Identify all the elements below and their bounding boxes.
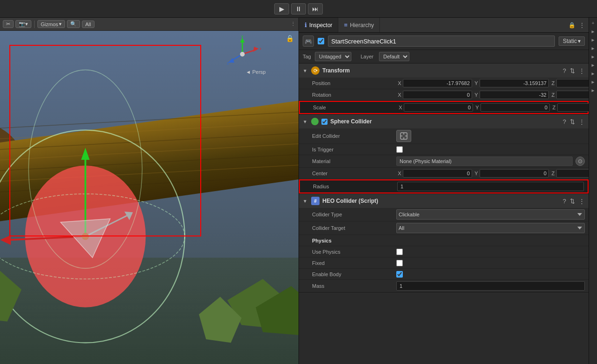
search-icon[interactable]: 🔍 bbox=[67, 20, 80, 28]
tools-button[interactable]: ✂ bbox=[3, 20, 14, 28]
hierarchy-tab-label: Hierarchy bbox=[350, 22, 374, 29]
collider-type-value: Clickable Grabbable Physics bbox=[396, 209, 585, 220]
lock-tab-icon[interactable]: 🔒 bbox=[568, 22, 575, 29]
sidebar-chevron-right-5[interactable]: ► bbox=[590, 62, 597, 68]
mass-input[interactable] bbox=[396, 281, 585, 291]
sidebar-chevron-right-1[interactable]: ► bbox=[590, 28, 597, 35]
sidebar-chevron-right-2[interactable]: ► bbox=[590, 36, 597, 43]
svg-marker-30 bbox=[240, 38, 245, 43]
scale-z-label: Z bbox=[551, 105, 557, 110]
enable-body-checkbox[interactable] bbox=[396, 271, 403, 278]
gizmos-button[interactable]: Gizmos ▾ bbox=[37, 20, 65, 28]
sidebar-chevron-right-6[interactable]: ► bbox=[590, 70, 597, 77]
inspector-tab-icon: ℹ bbox=[305, 21, 307, 29]
sphere-collider-align-icon[interactable]: ⇅ bbox=[570, 118, 575, 125]
object-icon: 🎮 bbox=[303, 36, 314, 47]
sidebar-chevron-right-8[interactable]: ► bbox=[590, 87, 597, 93]
object-name-input[interactable] bbox=[328, 36, 555, 47]
collider-type-label: Collider Type bbox=[312, 212, 396, 217]
sidebar-chevron-right-7[interactable]: ► bbox=[590, 79, 597, 85]
lock-icon: 🔒 bbox=[286, 35, 294, 42]
sphere-collider-checkbox[interactable] bbox=[321, 119, 328, 125]
sidebar-chevron-right-4[interactable]: ► bbox=[590, 53, 597, 60]
transform-more-icon[interactable]: ⋮ bbox=[579, 67, 585, 74]
is-trigger-checkbox[interactable] bbox=[396, 146, 403, 153]
position-x-field: X bbox=[396, 79, 472, 87]
edit-collider-label: Edit Collider bbox=[312, 133, 396, 139]
tag-select[interactable]: Untagged bbox=[315, 52, 351, 61]
sphere-collider-more-icon[interactable]: ⋮ bbox=[579, 118, 585, 125]
position-row: Position X Y Z bbox=[299, 78, 589, 89]
more-options-icon[interactable]: ⋮ bbox=[291, 21, 296, 27]
transform-title: Transform bbox=[322, 67, 350, 74]
sidebar-chevron-right-3[interactable]: ► bbox=[590, 45, 597, 51]
radius-input[interactable] bbox=[397, 182, 584, 191]
object-active-checkbox[interactable] bbox=[318, 38, 324, 44]
position-y-input[interactable] bbox=[480, 79, 549, 87]
heo-collider-header[interactable]: ▼ # HEO Collider (Script) ? ⇅ ⋮ bbox=[299, 194, 589, 208]
transform-header[interactable]: ▼ ⟳ Transform ? ⇅ ⋮ bbox=[299, 64, 589, 78]
use-physics-checkbox[interactable] bbox=[396, 249, 403, 255]
rotation-x-input[interactable] bbox=[403, 91, 472, 99]
physics-label: Physics bbox=[312, 238, 396, 243]
position-x-label: X bbox=[396, 80, 403, 86]
collider-type-select[interactable]: Clickable Grabbable Physics bbox=[396, 209, 585, 220]
toolbar-sep bbox=[34, 21, 35, 28]
sphere-collider-header[interactable]: ▼ Sphere Collider ? ⇅ ⋮ bbox=[299, 114, 589, 128]
svg-text:z: z bbox=[227, 61, 229, 65]
scale-y-field: Y bbox=[474, 103, 550, 112]
edit-collider-row: Edit Collider bbox=[299, 128, 589, 144]
heo-collider-actions: ? ⇅ ⋮ bbox=[563, 198, 585, 205]
sphere-collider-help-icon[interactable]: ? bbox=[563, 118, 566, 125]
rotation-z-input[interactable] bbox=[556, 91, 589, 99]
gizmos-label: Gizmos bbox=[41, 21, 58, 27]
material-select-button[interactable]: ⊙ bbox=[575, 157, 585, 166]
collider-target-select[interactable]: All Player None bbox=[396, 223, 585, 233]
svg-text:x: x bbox=[260, 46, 261, 51]
fixed-value bbox=[396, 260, 585, 266]
center-z-input[interactable] bbox=[556, 169, 589, 178]
heo-help-icon[interactable]: ? bbox=[563, 198, 566, 205]
heo-more-icon[interactable]: ⋮ bbox=[579, 198, 585, 205]
heo-align-icon[interactable]: ⇅ bbox=[570, 198, 575, 205]
position-z-input[interactable] bbox=[556, 79, 589, 87]
tab-inspector[interactable]: ℹ Inspector bbox=[299, 18, 338, 32]
radius-label: Radius bbox=[313, 184, 397, 189]
sphere-collider-actions: ? ⇅ ⋮ bbox=[563, 118, 585, 125]
scene-canvas[interactable]: 🔒 bbox=[0, 31, 298, 364]
selection-box bbox=[9, 45, 201, 236]
scale-z-input[interactable] bbox=[557, 103, 589, 112]
sidebar-add-btn[interactable]: + bbox=[590, 20, 597, 26]
right-sidebar: + ► ► ► ► ► ► ► ► bbox=[589, 18, 597, 364]
all-filter-button[interactable]: All bbox=[82, 21, 94, 28]
pause-button[interactable]: ⏸ bbox=[291, 3, 306, 14]
transform-align-icon[interactable]: ⇅ bbox=[570, 67, 575, 74]
rotation-z-label: Z bbox=[550, 92, 556, 98]
rotation-value: X Y Z bbox=[396, 91, 589, 99]
edit-collider-button[interactable] bbox=[396, 130, 411, 142]
static-button[interactable]: Static ▾ bbox=[559, 36, 585, 46]
enable-body-label: Enable Body bbox=[312, 271, 396, 277]
layer-select[interactable]: Default bbox=[379, 52, 409, 61]
play-button[interactable]: ▶ bbox=[274, 3, 289, 14]
more-tab-icon[interactable]: ⋮ bbox=[579, 22, 585, 29]
enable-body-row: Enable Body bbox=[299, 269, 589, 280]
center-x-input[interactable] bbox=[403, 169, 472, 178]
material-field[interactable]: None (Physic Material) bbox=[396, 157, 573, 166]
scale-y-input[interactable] bbox=[481, 103, 550, 112]
center-y-input[interactable] bbox=[480, 169, 549, 178]
scale-x-input[interactable] bbox=[404, 103, 473, 112]
heo-collider-component: ▼ # HEO Collider (Script) ? ⇅ ⋮ Collider… bbox=[299, 194, 589, 293]
fixed-checkbox[interactable] bbox=[396, 260, 403, 266]
layer-label: Layer bbox=[361, 54, 374, 59]
transform-help-icon[interactable]: ? bbox=[563, 67, 566, 74]
tab-hierarchy[interactable]: ≡ Hierarchy bbox=[338, 18, 380, 32]
center-z-field: Z bbox=[550, 169, 589, 178]
scale-x-field: X bbox=[397, 103, 473, 112]
rotation-x-label: X bbox=[396, 92, 403, 98]
position-x-input[interactable] bbox=[403, 79, 472, 87]
rotation-y-input[interactable] bbox=[480, 91, 549, 99]
mass-value bbox=[396, 281, 585, 291]
camera-button[interactable]: 📷▾ bbox=[15, 20, 31, 28]
step-button[interactable]: ⏭ bbox=[308, 3, 323, 14]
